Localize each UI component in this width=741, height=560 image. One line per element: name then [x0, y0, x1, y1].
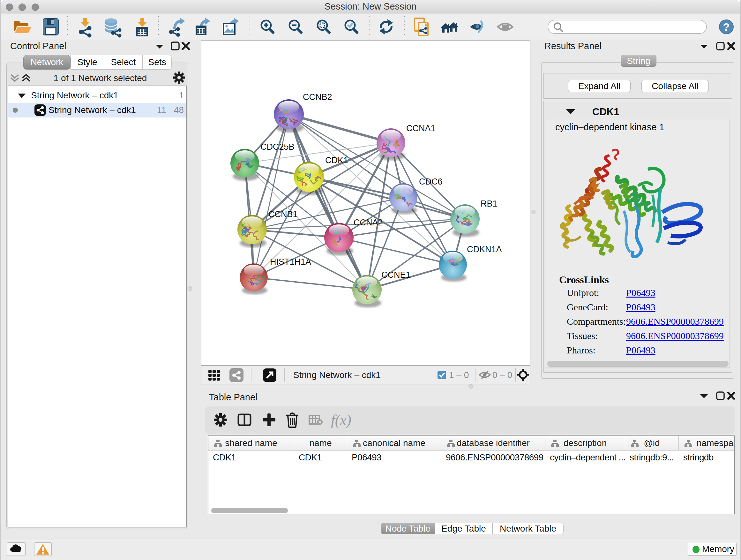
svg-text:HIST1H1A: HIST1H1A: [270, 257, 311, 266]
svg-text:CCNB2: CCNB2: [303, 92, 332, 102]
svg-text:CCNA2: CCNA2: [354, 218, 383, 227]
svg-text:CDK1: CDK1: [325, 155, 348, 165]
svg-text:1 of 1 Network selected: 1 of 1 Network selected: [54, 73, 147, 83]
svg-text:CCNE1: CCNE1: [381, 270, 411, 280]
svg-text:1 – 0: 1 – 0: [449, 370, 469, 380]
svg-text:?: ?: [723, 21, 730, 33]
svg-text:String Network – cdk1: String Network – cdk1: [293, 370, 381, 380]
svg-text:CCNB1: CCNB1: [268, 209, 298, 219]
svg-text:CDC6: CDC6: [419, 177, 443, 186]
svg-text:f(x): f(x): [331, 412, 351, 428]
svg-text:CDKN1A: CDKN1A: [467, 245, 502, 254]
svg-text:RB1: RB1: [481, 199, 497, 208]
svg-text:0 – 0: 0 – 0: [492, 370, 512, 380]
svg-text:CDK1: CDK1: [592, 106, 619, 118]
svg-text:CDC25B: CDC25B: [260, 142, 294, 152]
svg-text:CCNA1: CCNA1: [406, 124, 435, 133]
